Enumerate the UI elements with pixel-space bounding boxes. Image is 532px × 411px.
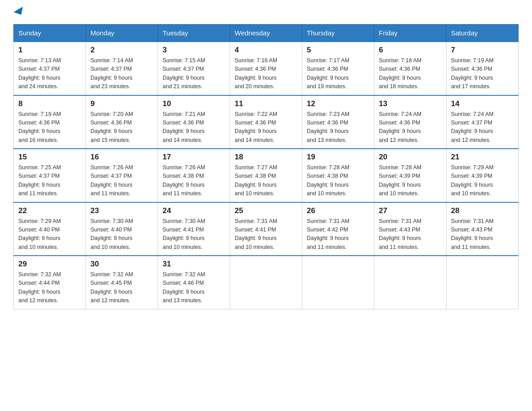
col-header-wednesday: Wednesday — [230, 25, 302, 42]
day-number: 15 — [18, 153, 81, 162]
day-number: 6 — [379, 46, 442, 55]
calendar-cell: 27Sunrise: 7:31 AMSunset: 4:43 PMDayligh… — [374, 202, 446, 256]
calendar-cell — [446, 256, 519, 309]
day-number: 11 — [235, 99, 297, 108]
calendar-cell: 10Sunrise: 7:21 AMSunset: 4:36 PMDayligh… — [158, 95, 230, 149]
day-info: Sunrise: 7:31 AMSunset: 4:41 PMDaylight:… — [235, 217, 297, 252]
col-header-saturday: Saturday — [446, 25, 519, 42]
day-number: 3 — [163, 46, 225, 55]
day-info: Sunrise: 7:26 AMSunset: 4:37 PMDaylight:… — [90, 163, 153, 198]
day-info: Sunrise: 7:25 AMSunset: 4:37 PMDaylight:… — [18, 163, 81, 198]
day-info: Sunrise: 7:13 AMSunset: 4:37 PMDaylight:… — [18, 56, 81, 91]
day-info: Sunrise: 7:20 AMSunset: 4:36 PMDaylight:… — [90, 110, 153, 145]
day-info: Sunrise: 7:30 AMSunset: 4:41 PMDaylight:… — [163, 217, 225, 252]
calendar-cell: 22Sunrise: 7:29 AMSunset: 4:40 PMDayligh… — [14, 202, 86, 256]
day-info: Sunrise: 7:31 AMSunset: 4:42 PMDaylight:… — [307, 217, 369, 252]
day-info: Sunrise: 7:22 AMSunset: 4:36 PMDaylight:… — [235, 110, 297, 145]
week-row-3: 15Sunrise: 7:25 AMSunset: 4:37 PMDayligh… — [14, 149, 519, 202]
day-info: Sunrise: 7:32 AMSunset: 4:45 PMDaylight:… — [90, 270, 153, 305]
day-number: 29 — [18, 260, 81, 269]
day-number: 19 — [307, 153, 369, 162]
calendar-cell: 5Sunrise: 7:17 AMSunset: 4:36 PMDaylight… — [302, 42, 374, 95]
calendar-cell: 8Sunrise: 7:19 AMSunset: 4:36 PMDaylight… — [14, 95, 86, 149]
logo — [13, 9, 26, 15]
day-info: Sunrise: 7:17 AMSunset: 4:36 PMDaylight:… — [307, 56, 369, 91]
day-info: Sunrise: 7:15 AMSunset: 4:37 PMDaylight:… — [163, 56, 225, 91]
day-number: 27 — [379, 206, 442, 215]
day-number: 8 — [18, 99, 81, 108]
day-number: 26 — [307, 206, 369, 215]
day-number: 16 — [90, 153, 153, 162]
day-info: Sunrise: 7:23 AMSunset: 4:36 PMDaylight:… — [307, 110, 369, 145]
calendar-cell: 14Sunrise: 7:24 AMSunset: 4:37 PMDayligh… — [446, 95, 519, 149]
day-number: 22 — [18, 206, 81, 215]
day-info: Sunrise: 7:14 AMSunset: 4:37 PMDaylight:… — [90, 56, 153, 91]
calendar-cell: 12Sunrise: 7:23 AMSunset: 4:36 PMDayligh… — [302, 95, 374, 149]
calendar-header-row: SundayMondayTuesdayWednesdayThursdayFrid… — [14, 25, 519, 42]
col-header-thursday: Thursday — [302, 25, 374, 42]
day-number: 4 — [235, 46, 297, 55]
day-number: 10 — [163, 99, 225, 108]
day-info: Sunrise: 7:21 AMSunset: 4:36 PMDaylight:… — [163, 110, 225, 145]
day-number: 1 — [18, 46, 81, 55]
calendar-cell: 13Sunrise: 7:24 AMSunset: 4:36 PMDayligh… — [374, 95, 446, 149]
day-number: 13 — [379, 99, 442, 108]
calendar-cell: 21Sunrise: 7:29 AMSunset: 4:39 PMDayligh… — [446, 149, 519, 202]
day-number: 5 — [307, 46, 369, 55]
calendar-cell — [374, 256, 446, 309]
week-row-4: 22Sunrise: 7:29 AMSunset: 4:40 PMDayligh… — [14, 202, 519, 256]
day-info: Sunrise: 7:19 AMSunset: 4:36 PMDaylight:… — [18, 110, 81, 145]
week-row-2: 8Sunrise: 7:19 AMSunset: 4:36 PMDaylight… — [14, 95, 519, 149]
calendar-cell: 23Sunrise: 7:30 AMSunset: 4:40 PMDayligh… — [86, 202, 158, 256]
day-info: Sunrise: 7:16 AMSunset: 4:36 PMDaylight:… — [235, 56, 297, 91]
calendar-cell: 9Sunrise: 7:20 AMSunset: 4:36 PMDaylight… — [86, 95, 158, 149]
day-info: Sunrise: 7:26 AMSunset: 4:38 PMDaylight:… — [163, 163, 225, 198]
calendar-cell: 31Sunrise: 7:32 AMSunset: 4:46 PMDayligh… — [158, 256, 230, 309]
day-number: 12 — [307, 99, 369, 108]
day-number: 7 — [451, 46, 514, 55]
col-header-monday: Monday — [86, 25, 158, 42]
calendar-table: SundayMondayTuesdayWednesdayThursdayFrid… — [13, 24, 519, 309]
calendar-cell: 25Sunrise: 7:31 AMSunset: 4:41 PMDayligh… — [230, 202, 302, 256]
day-number: 20 — [379, 153, 442, 162]
calendar-cell: 20Sunrise: 7:28 AMSunset: 4:39 PMDayligh… — [374, 149, 446, 202]
day-info: Sunrise: 7:19 AMSunset: 4:36 PMDaylight:… — [451, 56, 514, 91]
day-info: Sunrise: 7:32 AMSunset: 4:44 PMDaylight:… — [18, 270, 81, 305]
calendar-cell: 18Sunrise: 7:27 AMSunset: 4:38 PMDayligh… — [230, 149, 302, 202]
calendar-cell: 26Sunrise: 7:31 AMSunset: 4:42 PMDayligh… — [302, 202, 374, 256]
day-number: 9 — [90, 99, 153, 108]
calendar-cell: 17Sunrise: 7:26 AMSunset: 4:38 PMDayligh… — [158, 149, 230, 202]
day-info: Sunrise: 7:29 AMSunset: 4:40 PMDaylight:… — [18, 217, 81, 252]
day-number: 31 — [163, 260, 225, 269]
calendar-cell: 24Sunrise: 7:30 AMSunset: 4:41 PMDayligh… — [158, 202, 230, 256]
day-number: 23 — [90, 206, 153, 215]
logo-arrow-icon — [13, 7, 26, 17]
day-info: Sunrise: 7:27 AMSunset: 4:38 PMDaylight:… — [235, 163, 297, 198]
day-info: Sunrise: 7:32 AMSunset: 4:46 PMDaylight:… — [163, 270, 225, 305]
day-info: Sunrise: 7:30 AMSunset: 4:40 PMDaylight:… — [90, 217, 153, 252]
calendar-cell: 28Sunrise: 7:31 AMSunset: 4:43 PMDayligh… — [446, 202, 519, 256]
col-header-friday: Friday — [374, 25, 446, 42]
calendar-cell: 7Sunrise: 7:19 AMSunset: 4:36 PMDaylight… — [446, 42, 519, 95]
day-info: Sunrise: 7:31 AMSunset: 4:43 PMDaylight:… — [379, 217, 442, 252]
day-number: 24 — [163, 206, 225, 215]
calendar-cell: 19Sunrise: 7:28 AMSunset: 4:38 PMDayligh… — [302, 149, 374, 202]
calendar-cell: 6Sunrise: 7:18 AMSunset: 4:36 PMDaylight… — [374, 42, 446, 95]
col-header-tuesday: Tuesday — [158, 25, 230, 42]
calendar-cell: 15Sunrise: 7:25 AMSunset: 4:37 PMDayligh… — [14, 149, 86, 202]
page-header — [13, 9, 519, 15]
day-info: Sunrise: 7:24 AMSunset: 4:36 PMDaylight:… — [379, 110, 442, 145]
calendar-cell — [230, 256, 302, 309]
day-info: Sunrise: 7:28 AMSunset: 4:38 PMDaylight:… — [307, 163, 369, 198]
day-number: 21 — [451, 153, 514, 162]
day-info: Sunrise: 7:24 AMSunset: 4:37 PMDaylight:… — [451, 110, 514, 145]
day-info: Sunrise: 7:29 AMSunset: 4:39 PMDaylight:… — [451, 163, 514, 198]
day-number: 2 — [90, 46, 153, 55]
calendar-cell: 16Sunrise: 7:26 AMSunset: 4:37 PMDayligh… — [86, 149, 158, 202]
day-number: 28 — [451, 206, 514, 215]
day-info: Sunrise: 7:31 AMSunset: 4:43 PMDaylight:… — [451, 217, 514, 252]
day-number: 18 — [235, 153, 297, 162]
calendar-cell: 11Sunrise: 7:22 AMSunset: 4:36 PMDayligh… — [230, 95, 302, 149]
week-row-5: 29Sunrise: 7:32 AMSunset: 4:44 PMDayligh… — [14, 256, 519, 309]
day-number: 17 — [163, 153, 225, 162]
